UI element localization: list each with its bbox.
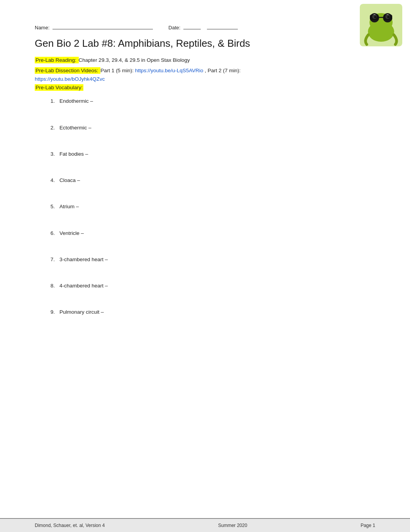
vocab-text: Ectothermic – [59, 125, 91, 131]
prelab-reading-text: hapter 29.3, 29.4, & 29.5 in Open Stax B… [82, 57, 190, 63]
name-label: Name: [35, 25, 49, 31]
prelab-videos-mid: , Part 2 (7 min): [205, 68, 241, 73]
prelab-reading: Pre-Lab Reading: Chapter 29.3, 29.4, & 2… [35, 56, 375, 64]
vocab-number: 3. [46, 150, 55, 158]
vocab-item: 6.Ventricle – [46, 229, 375, 237]
vocab-number: 8. [46, 282, 55, 290]
date-field: Date: [168, 23, 238, 31]
vocab-item: 4.Cloaca – [46, 177, 375, 184]
vocab-text: 4-chambered heart – [59, 283, 108, 289]
vocab-number: 2. [46, 124, 55, 132]
vocab-list: 1.Endothermic –2.Ectothermic –3.Fat bodi… [46, 97, 375, 316]
vocab-item: 5.Atrium – [46, 203, 375, 211]
prelab-reading-highlight: Pre-Lab Reading: [35, 57, 79, 63]
vocab-number: 7. [46, 256, 55, 263]
footer-left: Dimond, Schauer, et. al, Version 4 [35, 523, 105, 528]
vocab-number: 4. [46, 177, 55, 184]
vocab-item: 8.4-chambered heart – [46, 282, 375, 290]
vocab-number: 6. [46, 229, 55, 237]
svg-rect-9 [370, 15, 378, 20]
footer-right: Page 1 [361, 523, 375, 528]
video-link-1[interactable]: https://youtu.be/u-LqS5AVRio [135, 68, 203, 73]
vocab-text: Fat bodies – [59, 151, 88, 157]
vocab-item: 1.Endothermic – [46, 97, 375, 105]
page-title: Gen Bio 2 Lab #8: Amphibians, Reptiles, … [35, 37, 375, 49]
date-line-short [183, 23, 201, 29]
name-line [53, 23, 153, 29]
frog-image [360, 4, 402, 46]
page-wrapper: Name: Date: Gen Bio 2 Lab #8: Amphibians… [0, 0, 410, 532]
date-line-long [207, 23, 238, 29]
vocab-number: 1. [46, 97, 55, 105]
vocab-text: Atrium – [59, 204, 79, 209]
video-link-2[interactable]: https://youtu.be/bOJyhk4QZvc [35, 76, 105, 82]
prelab-videos-highlight: Pre-Lab Dissection Videos: [35, 67, 100, 74]
footer: Dimond, Schauer, et. al, Version 4 Summe… [0, 518, 410, 532]
footer-center: Summer 2020 [218, 523, 247, 528]
vocab-text: Pulmonary circuit – [59, 309, 104, 315]
vocab-item: 3.Fat bodies – [46, 150, 375, 158]
prelab-vocab-line: Pre-Lab Vocabulary: [35, 85, 375, 90]
prelab-videos-intro: Part 1 (5 min): [100, 68, 134, 73]
header-section: Name: Date: [35, 23, 375, 31]
date-label: Date: [168, 25, 180, 31]
name-field: Name: [35, 23, 153, 31]
vocab-item: 9.Pulmonary circuit – [46, 308, 375, 316]
vocab-item: 2.Ectothermic – [46, 124, 375, 132]
prelab-vocab-highlight: Pre-Lab Vocabulary: [35, 84, 83, 91]
vocab-text: Ventricle – [59, 230, 84, 236]
prelab-section: Pre-Lab Reading: Chapter 29.3, 29.4, & 2… [35, 56, 375, 90]
vocab-number: 9. [46, 308, 55, 316]
prelab-videos: Pre-Lab Dissection Videos: Part 1 (5 min… [35, 66, 375, 83]
svg-rect-10 [384, 15, 392, 20]
vocab-item: 7.3-chambered heart – [46, 256, 375, 263]
vocab-text: Cloaca – [59, 177, 80, 183]
vocab-number: 5. [46, 203, 55, 211]
vocab-text: Endothermic – [59, 98, 93, 104]
vocab-text: 3-chambered heart – [59, 257, 108, 262]
